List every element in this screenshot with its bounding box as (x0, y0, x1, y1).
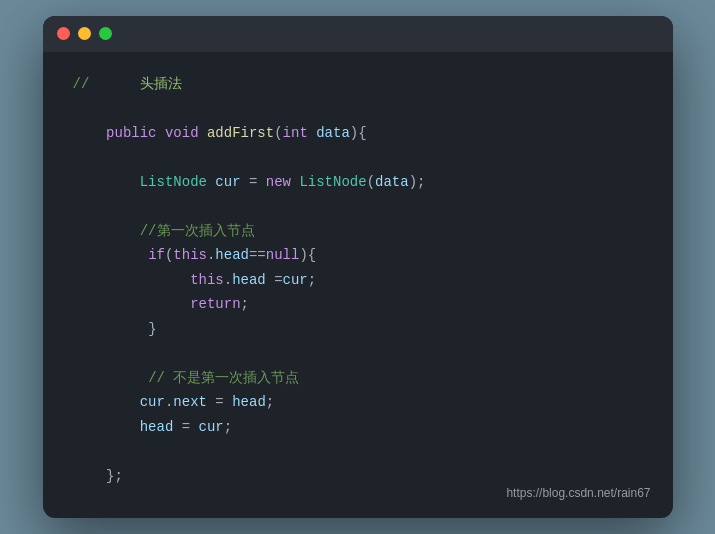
code-window: // 头插法 public void addFirst(int data){ L… (43, 16, 673, 519)
code-line: cur.next = head; (73, 390, 643, 415)
code-line: }; (73, 464, 643, 489)
code-line: //第一次插入节点 (73, 219, 643, 244)
maximize-button[interactable] (99, 27, 112, 40)
code-line: ListNode cur = new ListNode(data); (73, 170, 643, 195)
code-line: head = cur; (73, 415, 643, 440)
code-line-blank (73, 145, 643, 170)
code-line-blank (73, 341, 643, 366)
code-line: } (73, 317, 643, 342)
code-line: public void addFirst(int data){ (73, 121, 643, 146)
code-editor: // 头插法 public void addFirst(int data){ L… (43, 52, 673, 519)
code-line: return; (73, 292, 643, 317)
watermark: https://blog.csdn.net/rain67 (506, 486, 650, 500)
titlebar (43, 16, 673, 52)
code-line: if(this.head==null){ (73, 243, 643, 268)
code-line: this.head =cur; (73, 268, 643, 293)
code-line: // 头插法 (73, 72, 643, 97)
code-line-blank (73, 439, 643, 464)
code-line: // 不是第一次插入节点 (73, 366, 643, 391)
close-button[interactable] (57, 27, 70, 40)
code-line-blank (73, 194, 643, 219)
code-line-blank (73, 96, 643, 121)
minimize-button[interactable] (78, 27, 91, 40)
